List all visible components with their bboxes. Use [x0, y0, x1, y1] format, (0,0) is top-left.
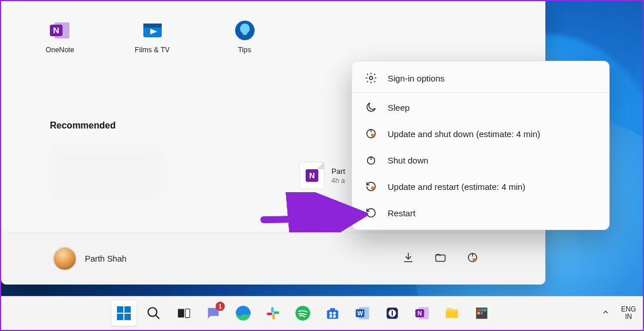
svg-rect-21	[178, 309, 184, 317]
svg-rect-29	[327, 310, 338, 319]
word-button[interactable]: W	[350, 301, 375, 326]
recommended-item-subtitle: 4h a	[331, 177, 345, 185]
language-bottom: IN	[621, 313, 636, 321]
svg-point-20	[148, 307, 157, 316]
svg-rect-46	[477, 309, 479, 311]
svg-rect-44	[446, 311, 458, 318]
recommended-area: N Part 4h a	[50, 145, 296, 208]
menu-item-sign-in-options[interactable]: Sign-in options	[352, 65, 609, 91]
power-icon[interactable]	[466, 251, 479, 266]
update-restart-icon	[365, 180, 377, 193]
menu-label: Sleep	[388, 103, 409, 112]
language-indicator[interactable]: ENG IN	[621, 306, 636, 321]
tips-icon	[233, 18, 257, 42]
menu-item-update-restart[interactable]: Update and restart (estimate: 4 min)	[352, 173, 609, 200]
svg-rect-4	[143, 24, 162, 28]
menu-separator	[352, 92, 609, 93]
recommended-item-title: Part	[331, 167, 345, 176]
svg-rect-49	[477, 312, 479, 314]
app-label: Films & TV	[135, 46, 170, 54]
svg-rect-18	[117, 314, 123, 320]
menu-item-restart[interactable]: Restart	[352, 200, 609, 226]
powertoys-button[interactable]	[469, 301, 494, 326]
recommended-item[interactable]: N Part 4h a	[299, 162, 345, 189]
app-label: Tips	[238, 46, 251, 54]
power-off-icon	[365, 154, 377, 166]
menu-label: Update and restart (estimate: 4 min)	[388, 182, 525, 192]
svg-rect-34	[333, 315, 335, 317]
svg-text:N: N	[53, 25, 59, 35]
svg-rect-26	[272, 314, 275, 320]
spotify-button[interactable]	[290, 301, 315, 326]
user-name: Parth Shah	[85, 254, 127, 263]
svg-rect-19	[124, 314, 131, 320]
file-explorer-button[interactable]	[439, 301, 465, 326]
films-tv-icon	[140, 18, 165, 42]
onenote-file-icon: N	[299, 162, 325, 189]
taskbar-center: 1 W N	[111, 301, 494, 326]
user-account-button[interactable]: Parth Shah	[53, 247, 127, 271]
taskbar-tray: ENG IN	[602, 306, 636, 321]
app-tile-tips[interactable]: Tips	[217, 18, 272, 54]
restart-icon	[365, 207, 377, 219]
downloads-icon[interactable]	[402, 251, 415, 266]
svg-point-15	[371, 186, 374, 190]
svg-rect-32	[333, 312, 335, 314]
svg-rect-40	[392, 311, 393, 316]
recommended-header: Recommended	[50, 120, 116, 131]
svg-rect-16	[117, 306, 123, 313]
svg-rect-27	[274, 311, 279, 314]
svg-rect-30	[330, 308, 335, 310]
store-button[interactable]	[320, 301, 345, 326]
svg-text:N: N	[417, 310, 422, 317]
svg-rect-31	[330, 312, 332, 314]
svg-point-10	[473, 258, 476, 261]
slack-button[interactable]	[260, 301, 286, 326]
svg-rect-48	[483, 309, 486, 311]
svg-rect-47	[481, 309, 483, 311]
menu-item-sleep[interactable]: Sleep	[352, 94, 609, 120]
menu-item-update-shutdown[interactable]: Update and shut down (estimate: 4 min)	[352, 120, 609, 147]
update-shutdown-icon	[365, 127, 377, 140]
svg-rect-22	[185, 309, 190, 317]
taskbar: 1 W N ENG IN	[1, 296, 643, 330]
edge-button[interactable]	[231, 301, 256, 326]
menu-label: Restart	[388, 208, 415, 218]
chat-button[interactable]: 1	[201, 301, 226, 326]
onenote-icon: N	[48, 18, 72, 42]
start-footer: Parth Shah	[1, 232, 545, 285]
menu-label: Update and shut down (estimate: 4 min)	[388, 129, 540, 139]
menu-item-shutdown[interactable]: Shut down	[352, 147, 609, 173]
svg-rect-24	[271, 307, 274, 313]
app-label: OneNote	[45, 46, 74, 54]
start-button[interactable]	[111, 301, 136, 326]
chat-badge: 1	[216, 302, 225, 311]
app-tile-films-tv[interactable]: Films & TV	[125, 18, 179, 54]
moon-icon	[365, 101, 377, 114]
1password-button[interactable]	[380, 301, 405, 326]
svg-rect-25	[267, 313, 272, 315]
onenote-taskbar-button[interactable]: N	[409, 301, 435, 326]
svg-rect-17	[124, 306, 131, 313]
task-view-button[interactable]	[171, 301, 196, 326]
folder-icon[interactable]	[434, 251, 447, 266]
svg-rect-33	[330, 315, 332, 317]
pinned-apps-row: N OneNote Films & TV Tips	[33, 18, 272, 54]
power-menu: Sign-in options Sleep Update and shut do…	[352, 61, 610, 230]
tray-overflow-button[interactable]	[602, 308, 610, 318]
svg-point-13	[371, 134, 374, 137]
svg-rect-7	[243, 35, 247, 37]
svg-text:W: W	[357, 310, 363, 317]
search-button[interactable]	[141, 301, 166, 326]
avatar	[53, 247, 77, 271]
app-tile-onenote[interactable]: N OneNote	[33, 18, 87, 54]
gear-icon	[365, 72, 377, 84]
svg-rect-50	[481, 312, 483, 314]
menu-label: Sign-in options	[388, 73, 444, 83]
svg-point-11	[369, 76, 373, 80]
menu-label: Shut down	[388, 155, 428, 165]
